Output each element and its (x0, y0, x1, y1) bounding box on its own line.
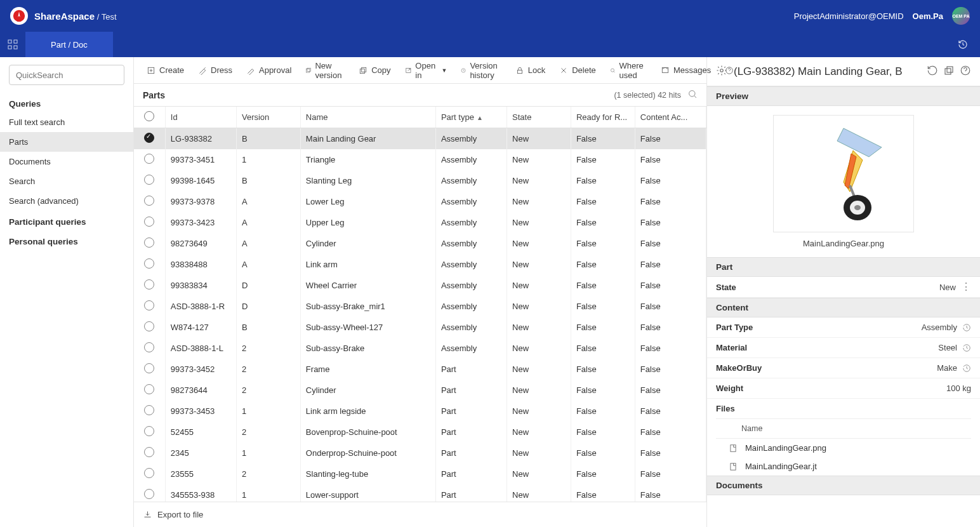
svg-rect-2 (14, 40, 17, 43)
table-row[interactable]: 99373-34522FramePartNewFalseFalse (134, 359, 706, 380)
history-icon[interactable] (962, 364, 971, 373)
brand-name: ShareAspace / Test (34, 11, 117, 22)
quicksearch-input[interactable] (9, 65, 124, 85)
main-panel: Create Dress Approval New version Copy O… (134, 57, 707, 527)
row-checkbox[interactable] (144, 489, 154, 499)
approval-button[interactable]: Approval (240, 62, 298, 79)
sidebar-section-participant[interactable]: Participant queries (0, 211, 133, 230)
sidebar-item[interactable]: Documents (0, 152, 133, 171)
history-icon[interactable] (962, 344, 971, 352)
refresh-icon[interactable] (927, 65, 938, 78)
messages-button[interactable]: Messages (654, 62, 717, 79)
avatar[interactable]: OEM PA (952, 7, 970, 25)
prop-state: State New⋮ (707, 277, 980, 298)
detail-help-icon[interactable] (960, 65, 971, 78)
row-checkbox[interactable] (144, 426, 154, 436)
copy-button[interactable]: Copy (352, 62, 397, 79)
preview-thumbnail[interactable] (773, 115, 914, 232)
open-in-button[interactable]: Open in ▼ (399, 57, 454, 84)
table-row[interactable]: LG-938382BMain Landing GearAssemblyNewFa… (134, 128, 706, 150)
row-checkbox[interactable] (144, 258, 154, 269)
apps-icon[interactable] (0, 32, 25, 57)
table-row[interactable]: 982736442CylinderPartNewFalseFalse (134, 380, 706, 401)
row-checkbox[interactable] (144, 384, 154, 394)
row-checkbox[interactable] (144, 154, 154, 164)
table-row[interactable]: 23451Onderprop-Schuine-pootPartNewFalseF… (134, 443, 706, 464)
col-ready[interactable]: Ready for R... (571, 107, 635, 128)
row-checkbox[interactable] (144, 133, 154, 143)
table-row[interactable]: 99398-1645BSlanting LegAssemblyNewFalseF… (134, 170, 706, 191)
version-history-button[interactable]: Version history (454, 57, 507, 84)
col-version[interactable]: Version (236, 107, 300, 128)
table-row[interactable]: 345553-9381Lower-supportPartNewFalseFals… (134, 484, 706, 502)
export-button[interactable]: Export to file (143, 510, 203, 519)
details-title: (LG-938382) Main Landing Gear, B (734, 65, 920, 78)
col-select[interactable] (134, 107, 165, 128)
row-checkbox[interactable] (144, 405, 154, 415)
user-name[interactable]: Oem.Pa (913, 11, 943, 21)
col-id[interactable]: Id (165, 107, 236, 128)
prop-files: Files (707, 399, 980, 418)
svg-point-35 (854, 205, 861, 210)
row-checkbox[interactable] (144, 279, 154, 290)
table-row[interactable]: 99383834DWheel CarrierAssemblyNewFalseFa… (134, 275, 706, 296)
sidebar-item[interactable]: Search (advanced) (0, 191, 133, 211)
zoom-icon[interactable] (687, 89, 698, 101)
lock-button[interactable]: Lock (509, 62, 552, 79)
project-admin-label: ProjectAdministrator@OEMID (794, 11, 904, 21)
table-row[interactable]: ASD-3888-1-RDSub-assy-Brake_mir1Assembly… (134, 296, 706, 317)
row-checkbox[interactable] (144, 447, 154, 457)
new-version-button[interactable]: New version (299, 57, 351, 84)
sort-asc-icon: ▲ (477, 114, 483, 121)
row-checkbox[interactable] (144, 321, 154, 331)
copy-icon[interactable] (943, 65, 955, 78)
svg-rect-8 (307, 69, 310, 72)
details-panel: (LG-938382) Main Landing Gear, B Preview (707, 57, 980, 527)
parts-table[interactable]: Id Version Name Part type▲ State Ready f… (134, 107, 706, 502)
sidebar-section-personal[interactable]: Personal queries (0, 230, 133, 250)
app-logo[interactable] (10, 7, 28, 25)
table-row[interactable]: 235552Slanting-leg-tubePartNewFalseFalse (134, 464, 706, 484)
tab-part-doc[interactable]: Part / Doc (25, 32, 113, 57)
svg-rect-14 (517, 70, 522, 73)
sidebar-item[interactable]: Parts (0, 132, 133, 152)
help-icon[interactable] (718, 62, 740, 79)
sidebar-item[interactable]: Full text search (0, 112, 133, 132)
list-title: Parts (143, 90, 165, 100)
table-row[interactable]: 99373-3423AUpper LegAssemblyNewFalseFals… (134, 212, 706, 233)
history-icon[interactable] (952, 34, 974, 55)
table-row[interactable]: 524552Bovenprop-Schuine-pootPartNewFalse… (134, 422, 706, 443)
row-checkbox[interactable] (144, 363, 154, 373)
table-row[interactable]: 99373-34531Link arm legsidePartNewFalseF… (134, 401, 706, 422)
row-checkbox[interactable] (144, 217, 154, 227)
table-row[interactable]: 99373-9378ALower LegAssemblyNewFalseFals… (134, 191, 706, 212)
row-checkbox[interactable] (144, 468, 154, 478)
prop-makeorbuy: MakeOrBuy Make (707, 358, 980, 378)
more-icon[interactable]: ⋮ (961, 282, 971, 292)
dress-button[interactable]: Dress (192, 62, 239, 79)
table-row[interactable]: W874-127BSub-assy-Wheel-127AssemblyNewFa… (134, 317, 706, 338)
sidebar-section-queries: Queries (0, 93, 133, 112)
table-row[interactable]: 98273649ACylinderAssemblyNewFalseFalse (134, 233, 706, 254)
sidebar-item[interactable]: Search (0, 171, 133, 191)
history-icon[interactable] (962, 323, 971, 332)
where-used-button[interactable]: Where used (604, 57, 653, 84)
table-row[interactable]: 93838488ALink armAssemblyNewFalseFalse (134, 254, 706, 275)
col-state[interactable]: State (507, 107, 571, 128)
col-part-type[interactable]: Part type▲ (435, 107, 507, 128)
col-content[interactable]: Content Ac... (635, 107, 706, 128)
col-name[interactable]: Name (300, 107, 435, 128)
row-checkbox[interactable] (144, 175, 154, 185)
row-checkbox[interactable] (144, 196, 154, 206)
file-row[interactable]: MainLandingGear.png (716, 439, 971, 457)
delete-button[interactable]: Delete (553, 62, 602, 79)
create-button[interactable]: Create (140, 62, 190, 79)
row-checkbox[interactable] (144, 342, 154, 352)
table-row[interactable]: ASD-3888-1-L2Sub-assy-BrakeAssemblyNewFa… (134, 338, 706, 359)
row-checkbox[interactable] (144, 237, 154, 248)
table-row[interactable]: 99373-34511TriangleAssemblyNewFalseFalse (134, 149, 706, 170)
row-checkbox[interactable] (144, 300, 154, 310)
tab-bar: Part / Doc (0, 32, 980, 57)
svg-rect-4 (14, 46, 17, 49)
file-row[interactable]: MainLandingGear.jt (716, 457, 971, 476)
